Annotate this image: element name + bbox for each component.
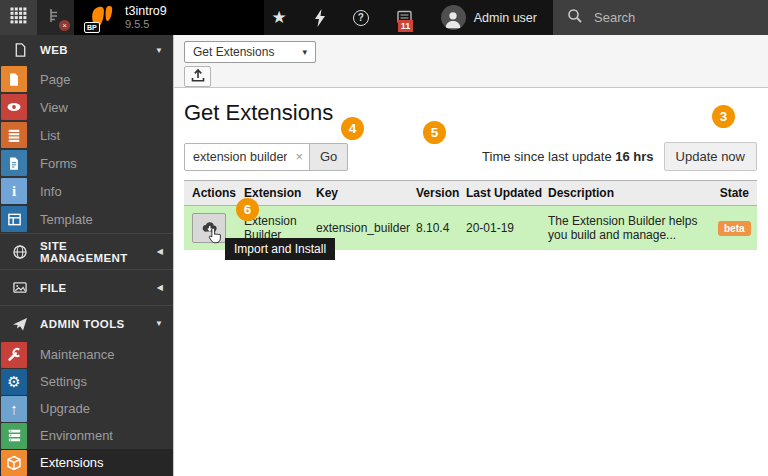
docheader: Get Extensions ▾ <box>174 35 768 88</box>
site-brand[interactable]: BP t3intro9 9.5.5 <box>74 0 264 35</box>
sidebar-item-info[interactable]: i Info <box>0 177 173 205</box>
sidebar-item-forms[interactable]: Forms <box>0 149 173 177</box>
chevron-left-icon: ◀ <box>157 247 163 256</box>
wrench-icon <box>1 342 27 368</box>
update-now-button[interactable]: Update now <box>664 142 757 171</box>
paper-plane-icon <box>0 316 40 332</box>
web-document-icon <box>0 42 40 58</box>
sidebar-item-upgrade[interactable]: ↑ Upgrade <box>0 395 173 422</box>
module-function-select[interactable]: Get Extensions ▾ <box>184 41 316 63</box>
notification-count-badge: 11 <box>398 20 414 32</box>
clear-cache-bolt-icon[interactable] <box>314 9 326 27</box>
chevron-left-icon: ◀ <box>157 283 163 292</box>
callout-badge-6: 6 <box>236 198 259 221</box>
user-menu[interactable]: Admin user <box>441 5 537 30</box>
topbar: × BP t3intro9 9.5.5 ★ ? 11 <box>0 0 768 35</box>
hand-cursor-icon <box>206 227 223 248</box>
callout-badge-3: 3 <box>712 105 735 128</box>
module-body: Get Extensions × Go Time since last upda… <box>174 88 768 476</box>
template-icon <box>1 206 27 232</box>
eye-icon <box>1 94 27 120</box>
topbar-toolbar: ★ ? 11 Admin user <box>266 0 553 35</box>
sidebar-item-template[interactable]: Template <box>0 205 173 233</box>
extension-search-group: × Go <box>184 143 348 171</box>
pagetree-toggle-button[interactable]: × <box>37 0 74 35</box>
sidebar-item-list[interactable]: List <box>0 121 173 149</box>
clear-search-icon[interactable]: × <box>295 149 303 164</box>
username-label: Admin user <box>474 11 537 25</box>
search-icon <box>567 8 583 28</box>
sidebar-section-site-management[interactable]: SITE MANAGEMENT ◀ <box>0 233 173 269</box>
sidebar-item-page[interactable]: Page <box>0 65 173 93</box>
go-button[interactable]: Go <box>309 143 348 171</box>
last-update-label: Time since last update 16 hrs <box>482 149 654 164</box>
typo3-version: 9.5.5 <box>125 18 167 31</box>
import-install-tooltip: Import and Install <box>225 238 335 260</box>
chevron-down-icon: ▼ <box>155 46 163 55</box>
typo3-logo-icon: BP <box>86 4 116 32</box>
form-document-icon <box>1 150 27 176</box>
system-information-icon[interactable]: 11 <box>396 10 414 26</box>
column-state: State <box>710 181 757 206</box>
column-actions: Actions <box>184 181 236 206</box>
sidebar-section-admin-tools[interactable]: ADMIN TOOLS ▼ <box>0 305 173 341</box>
image-icon <box>0 280 40 295</box>
page-title: Get Extensions <box>184 100 757 126</box>
logo-bp-badge: BP <box>84 22 100 33</box>
last-update-value: 16 hrs <box>615 149 653 164</box>
info-icon: i <box>1 178 27 204</box>
module-menu-button[interactable] <box>0 0 37 35</box>
state-cell: beta <box>710 206 757 251</box>
site-title: t3intro9 <box>125 4 167 18</box>
upload-icon <box>190 67 206 87</box>
module-sidebar: WEB ▼ Page View List Forms <box>0 35 174 476</box>
sidebar-item-settings[interactable]: ⚙ Settings <box>0 368 173 395</box>
beta-state-badge: beta <box>718 221 751 236</box>
grid-icon <box>10 7 27 28</box>
global-search[interactable] <box>553 0 768 35</box>
last-updated-cell: 20-01-19 <box>458 206 540 251</box>
extension-search-input[interactable] <box>184 143 310 171</box>
global-search-input[interactable] <box>592 9 732 26</box>
version-cell: 8.10.4 <box>408 206 458 251</box>
caret-down-icon: ▾ <box>302 47 307 57</box>
chevron-down-icon: ▼ <box>155 319 163 328</box>
sidebar-item-view[interactable]: View <box>0 93 173 121</box>
column-description: Description <box>540 181 710 206</box>
upload-extension-button[interactable] <box>184 66 211 87</box>
help-icon[interactable]: ? <box>353 10 369 26</box>
page-icon <box>1 66 27 92</box>
gear-icon: ⚙ <box>1 369 27 395</box>
pagetree-close-badge: × <box>59 20 70 31</box>
sidebar-item-maintenance[interactable]: Maintenance <box>0 341 173 368</box>
globe-icon <box>0 244 40 260</box>
bookmarks-star-icon[interactable]: ★ <box>272 7 287 28</box>
description-cell: The Extension Builder helps you build an… <box>540 206 710 251</box>
arrow-up-icon: ↑ <box>1 396 27 422</box>
avatar <box>441 5 466 30</box>
column-version: Version <box>408 181 458 206</box>
sidebar-section-file[interactable]: FILE ◀ <box>0 269 173 305</box>
column-key: Key <box>308 181 408 206</box>
server-icon <box>1 423 27 449</box>
callout-badge-5: 5 <box>423 121 446 144</box>
table-header-row: Actions Extension Key Version Last Updat… <box>184 181 757 206</box>
sidebar-item-environment[interactable]: Environment <box>0 422 173 449</box>
column-last-updated: Last Updated <box>458 181 540 206</box>
callout-badge-4: 4 <box>341 117 364 140</box>
cube-icon <box>1 450 27 476</box>
sidebar-item-extensions[interactable]: Extensions <box>0 449 173 476</box>
list-icon <box>1 122 27 148</box>
sidebar-section-web[interactable]: WEB ▼ <box>0 35 173 65</box>
